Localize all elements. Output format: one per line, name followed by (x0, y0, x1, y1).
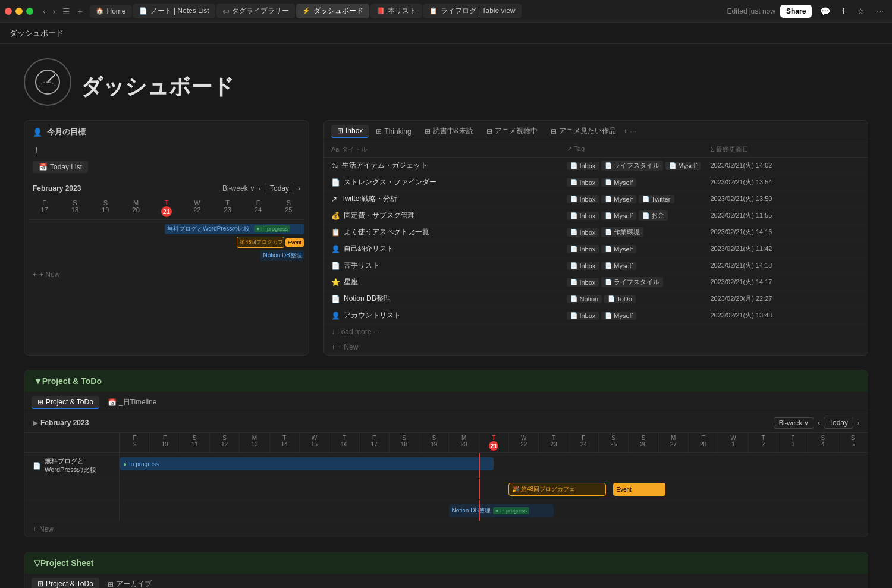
tag-myself: 📄Myself (601, 212, 636, 220)
menu-button[interactable]: ☰ (60, 5, 73, 17)
tab-tags[interactable]: 🏷 タグライブラリー (216, 4, 295, 18)
tl-date-w22: W22 (508, 433, 538, 452)
inbox-new-button[interactable]: + + New (324, 339, 868, 355)
table-row[interactable]: ⭐星座 📄Inbox 📄ライフスタイル 2023/02/21(火) 14:17 (324, 274, 868, 291)
today-line (479, 453, 480, 478)
row-title-cell: 👤自己紹介リスト (331, 244, 562, 254)
table-row[interactable]: ↗Twitter戦略・分析 📄Inbox 📄Myself 📄Twitter 20… (324, 191, 868, 207)
tabs-bar: 🏠 Home 📄 ノート | Notes List 🏷 タグライブラリー ⚡ ダ… (90, 4, 720, 18)
table-row[interactable]: 📄苦手リスト 📄Inbox 📄Myself 2023/02/21(火) 14:1… (324, 257, 868, 274)
table-row[interactable]: 🗂生活アイテム・ガジェット 📄Inbox 📄ライフスタイル 📄Myself 20… (324, 158, 868, 174)
tl-bar-notion[interactable]: Notion DB整理 ● In progress (449, 504, 554, 517)
biweek-button[interactable]: Bi-week ∨ (222, 184, 255, 193)
dashboard-icon: ⚡ (302, 7, 310, 15)
row-icon-1: 📄 (33, 462, 41, 470)
calendar-today-button[interactable]: Today (265, 183, 294, 194)
table-row[interactable]: 📄Notion DB整理 📄Notion 📄ToDo 2023/02/20(月)… (324, 291, 868, 307)
tl-date-s11: S11 (180, 433, 209, 452)
minimize-button[interactable] (15, 8, 23, 15)
tl-row-label-3 (24, 500, 120, 521)
comment-button[interactable]: 💬 (816, 5, 834, 17)
load-more-button[interactable]: ↓ Load more ··· (324, 324, 868, 339)
project-todo-tabs: ⊞ Project & ToDo 📅 _日Timeline (24, 392, 868, 413)
tag-inbox: 📄Inbox (567, 312, 599, 320)
tl-bar-event[interactable]: Event (613, 483, 665, 496)
row-title-cell: 📄Notion DB整理 (331, 294, 562, 304)
cal-label-f24: F24 (243, 199, 273, 217)
today-list-button[interactable]: 📅 Today List (33, 161, 88, 173)
tl-grid-1: ● In progress (120, 453, 868, 478)
cal-label-t21: T21 (151, 199, 181, 217)
table-row[interactable]: 💰固定費・サブスク管理 📄Inbox 📄Myself 📄お金 2023/02/2… (324, 207, 868, 224)
calendar-header: February 2023 Bi-week ∨ ‹ Today › (24, 178, 309, 199)
timeline-month: February 2023 (40, 419, 89, 427)
tag-twitter: 📄Twitter (639, 195, 674, 203)
calendar-new-row[interactable]: + + New (24, 267, 309, 282)
nav-arrows: ‹ › ☰ + (40, 5, 85, 17)
star-button[interactable]: ☆ (853, 5, 868, 17)
tl-date-s5: S5 (838, 433, 868, 452)
goals-title: 今月の目標 (47, 127, 86, 137)
close-button[interactable] (5, 8, 12, 15)
notion-inprogress: ● In progress (493, 507, 529, 514)
goals-icon: 👤 (33, 128, 42, 137)
tab-timeline[interactable]: 📅 _日Timeline (102, 395, 163, 409)
tl-date-t16: T16 (329, 433, 359, 452)
more-options-button[interactable]: ··· (630, 127, 636, 136)
row-title-cell: 📄ストレングス・ファインダー (331, 177, 562, 187)
cal-next-button[interactable]: › (298, 184, 300, 193)
tl-date-t23: T23 (538, 433, 568, 452)
cal-label-s25: S25 (274, 199, 304, 217)
maximize-button[interactable] (26, 8, 33, 15)
tab-thinking[interactable]: ⊞ Thinking (370, 125, 417, 137)
new-tab-button[interactable]: + (75, 5, 84, 17)
row-icon: ⭐ (331, 278, 340, 287)
tab-archive[interactable]: ⊞ アーカイブ (102, 577, 158, 588)
tl-bar-cafe[interactable]: 🎉 第48回ブログカフェ (508, 483, 606, 496)
table-row[interactable]: 📋よく使うアスペクト比一覧 📄Inbox 📄作業環境 2023/02/21(火)… (324, 224, 868, 241)
tab-home[interactable]: 🏠 Home (90, 5, 132, 18)
timeline-next[interactable]: › (857, 419, 859, 427)
share-button[interactable]: Share (780, 5, 812, 18)
tab-books[interactable]: 📕 本リスト (370, 4, 422, 18)
cal-prev-button[interactable]: ‹ (259, 184, 261, 193)
tab-notes[interactable]: 📄 ノート | Notes List (133, 4, 215, 18)
tab-reading[interactable]: ⊞ 読書中&未読 (419, 124, 479, 138)
row-icon: 📄 (331, 262, 340, 270)
tag-inbox: 📄Inbox (567, 178, 599, 187)
row-date: 2023/02/21(火) 14:02 (711, 161, 861, 170)
timeline-prev[interactable]: ‹ (818, 419, 820, 427)
back-button[interactable]: ‹ (40, 5, 48, 17)
tl-date-t28: T28 (688, 433, 718, 452)
add-column-button[interactable]: + (623, 127, 628, 136)
tab-anime-watching[interactable]: ⊟ アニメ視聴中 (480, 124, 544, 138)
tag-inbox: 📄Inbox (567, 162, 599, 170)
table-row[interactable]: 👤アカウントリスト 📄Inbox 📄Myself 2023/02/21(火) 1… (324, 307, 868, 324)
inbox-block: ⊞ Inbox ⊞ Thinking ⊞ 読書中&未読 ⊟ アニメ視聴中 ⊟ (323, 120, 868, 356)
forward-button[interactable]: › (51, 5, 58, 17)
tl-grid-3: Notion DB整理 ● In progress (120, 500, 868, 521)
tl-bar-blog[interactable]: ● In progress (120, 457, 494, 470)
today-line-2 (479, 479, 480, 499)
tab-dashboard[interactable]: ⚡ ダッシュボード (296, 4, 369, 18)
info-button[interactable]: ℹ (838, 5, 849, 17)
tab-anime-want[interactable]: ⊟ アニメ見たい作品 (545, 124, 622, 138)
tl-row-label-empty (24, 479, 120, 499)
tag-inbox: 📄Inbox (567, 212, 599, 220)
table-icon: ⊞ (337, 127, 343, 135)
table-row[interactable]: 📄ストレングス・ファインダー 📄Inbox 📄Myself 2023/02/21… (324, 174, 868, 191)
row-icon: 📋 (331, 228, 340, 237)
tl-plus-icon: + (33, 525, 37, 533)
tl-date-s18: S18 (389, 433, 419, 452)
more-button[interactable]: ··· (873, 5, 887, 17)
biweek-select[interactable]: Bi-week ∨ (774, 417, 814, 429)
timeline-new-row[interactable]: + New (24, 521, 868, 537)
tab-lifelog[interactable]: 📋 ライフログ | Table view (423, 4, 522, 18)
timeline-today[interactable]: Today (824, 417, 853, 429)
tab-project-sheet[interactable]: ⊞ Project & ToDo (32, 578, 99, 589)
tab-project-todo[interactable]: ⊞ Project & ToDo (32, 396, 99, 409)
goals-exclamation: ！ (24, 143, 309, 159)
breadcrumb-text: ダッシュボード (10, 28, 64, 39)
tab-inbox[interactable]: ⊞ Inbox (331, 125, 369, 138)
table-row[interactable]: 👤自己紹介リスト 📄Inbox 📄Myself 2023/02/21(火) 11… (324, 241, 868, 257)
